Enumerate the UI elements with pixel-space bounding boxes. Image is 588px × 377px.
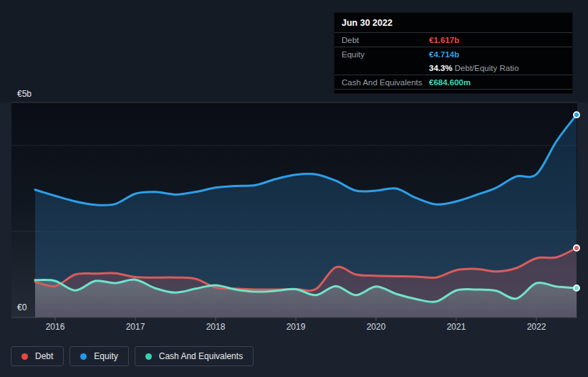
- tooltip-debt-label: Debt: [342, 36, 429, 44]
- tooltip-ratio-value: 34.3%: [429, 64, 453, 72]
- legend-chip-debt[interactable]: Debt: [11, 346, 64, 366]
- cash-end-dot: [574, 285, 579, 291]
- tooltip-equity-value: €4.714b: [429, 50, 565, 59]
- legend-chip-cash[interactable]: Cash And Equivalents: [135, 346, 254, 366]
- equity-dot-icon: [80, 353, 87, 360]
- tooltip-cash-value: €684.600m: [429, 78, 565, 87]
- chart-tooltip: Jun 30 2022 Debt €1.617b Equity €4.714b …: [334, 12, 573, 94]
- tooltip-equity-row: Equity €4.714b: [334, 47, 572, 61]
- x-tick-label-2018: 2018: [206, 322, 226, 332]
- legend-chip-equity[interactable]: Equity: [69, 346, 128, 366]
- tooltip-equity-label: Equity: [342, 50, 429, 59]
- y-axis-label-0: €0: [17, 303, 26, 312]
- legend-debt-label: Debt: [35, 351, 53, 361]
- tooltip-cash-label: Cash And Equivalents: [342, 78, 429, 87]
- x-tick-label-2021: 2021: [447, 322, 466, 332]
- tooltip-debt-row: Debt €1.617b: [334, 33, 572, 47]
- y-axis-label-5b: €5b: [17, 90, 32, 98]
- debt-end-dot: [574, 245, 579, 251]
- legend-cash-label: Cash And Equivalents: [159, 351, 243, 361]
- tooltip-ratio-row: 34.3% Debt/Equity Ratio: [334, 61, 572, 75]
- x-tick-label-2017: 2017: [126, 322, 145, 332]
- debt-dot-icon: [21, 353, 28, 360]
- equity-end-dot: [574, 112, 579, 118]
- tooltip-ratio-label: Debt/Equity Ratio: [455, 64, 519, 72]
- x-tick-label-2016: 2016: [46, 322, 65, 332]
- cash-dot-icon: [145, 353, 152, 360]
- legend-equity-label: Equity: [94, 351, 117, 361]
- chart-legend: Debt Equity Cash And Equivalents: [11, 346, 254, 366]
- tooltip-cash-row: Cash And Equivalents €684.600m: [334, 75, 572, 90]
- x-tick-label-2022: 2022: [527, 322, 546, 332]
- tooltip-date: Jun 30 2022: [334, 13, 572, 33]
- debt-equity-chart-panel: 2016201720182019202020212022 €5b €0 Jun …: [0, 0, 588, 377]
- tooltip-debt-value: €1.617b: [429, 36, 565, 44]
- x-tick-label-2020: 2020: [367, 322, 386, 332]
- x-tick-label-2019: 2019: [286, 322, 306, 332]
